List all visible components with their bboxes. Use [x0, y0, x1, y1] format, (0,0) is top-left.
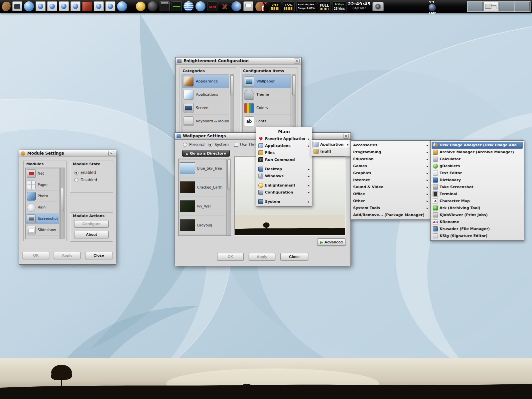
- configuration-item[interactable]: Theme: [242, 88, 291, 101]
- personal-radio[interactable]: [183, 143, 187, 147]
- titlebar[interactable]: Enlightenment Configuration ×: [176, 58, 301, 65]
- network-gadget[interactable]: 6 kb/s 23 kb/s: [332, 1, 346, 12]
- close-button[interactable]: Close: [85, 252, 112, 259]
- configure-button[interactable]: Configure: [74, 220, 109, 227]
- menu-item[interactable]: Configuration ▸: [257, 189, 311, 196]
- module-list-item[interactable]: Screenshot: [26, 213, 59, 224]
- menu-item[interactable]: KRename ▸: [432, 218, 523, 225]
- menu-item[interactable]: Internet ▸: [352, 177, 430, 184]
- use-theme-checkbox[interactable]: [234, 143, 238, 147]
- module-list-item[interactable]: Rain: [26, 202, 59, 213]
- menu-item[interactable]: gDesklets ▸: [432, 163, 523, 170]
- menu-item[interactable]: Games ▸: [352, 163, 430, 170]
- menu-item[interactable]: System Tools ▸: [352, 204, 430, 211]
- app-icon[interactable]: [184, 1, 194, 11]
- menu-item[interactable]: Archive Manager (Archive Manager) ▸: [432, 149, 523, 156]
- menu-item[interactable]: Take Screenshot ▸: [432, 184, 523, 191]
- menu-item[interactable]: Krusader (File Manager) ▸: [432, 225, 523, 232]
- category-list-item[interactable]: Appearance: [182, 75, 229, 88]
- go-up-directory-button[interactable]: ▲ Go up a Directory: [182, 150, 230, 157]
- category-list-item[interactable]: Applications: [182, 88, 229, 101]
- menu-item[interactable]: Run Command ▸: [257, 156, 311, 163]
- menu-item[interactable]: Character Map ▸: [432, 198, 523, 204]
- launcher-icon[interactable]: [59, 1, 69, 11]
- battery-gadget[interactable]: FULL: [318, 1, 331, 12]
- scrollbar-thumb[interactable]: [292, 75, 295, 95]
- module-list-item[interactable]: Slideshow: [26, 224, 59, 236]
- menu-item[interactable]: Disk Usage Analyzer (Disk Usage Analyzer…: [432, 142, 523, 149]
- apply-button[interactable]: Apply: [249, 253, 275, 260]
- apply-button[interactable]: Apply: [54, 252, 80, 259]
- menu-item[interactable]: Calculator ▸: [432, 156, 523, 163]
- menu-item[interactable]: Office ▸: [352, 191, 430, 198]
- module-list-item[interactable]: Photo: [26, 191, 59, 202]
- memory-gadget[interactable]: Real: 64/365 Swap: 1.68%: [296, 1, 317, 12]
- menu-item[interactable]: Add/Remove... (Package Manager) ▸: [352, 211, 430, 218]
- wallpaper-list-item[interactable]: Blue_Sky_Tree: [179, 159, 226, 178]
- configuration-item[interactable]: Wallpaper: [242, 75, 291, 88]
- menu-item[interactable]: KSig (Signature Editor) ▸: [432, 232, 523, 239]
- system-radio-group[interactable]: System: [208, 142, 229, 147]
- app-icon[interactable]: [196, 1, 205, 11]
- menu-item[interactable]: Accessories ▸: [352, 142, 430, 149]
- launcher-icon[interactable]: [36, 1, 46, 11]
- use-theme-checkbox-group[interactable]: Use Them: [234, 142, 259, 147]
- close-button[interactable]: ×: [108, 151, 114, 156]
- personal-radio-group[interactable]: Personal: [183, 142, 205, 147]
- disabled-radio-group[interactable]: Disabled: [74, 178, 97, 182]
- pager-desktop-cell[interactable]: [468, 2, 483, 11]
- launcher-icon[interactable]: [105, 1, 115, 11]
- wallpaper-list-item[interactable]: Ivy_Wall: [179, 197, 226, 216]
- launcher-icon[interactable]: [117, 1, 127, 11]
- enabled-radio-group[interactable]: Enabled: [74, 170, 96, 175]
- app-icon[interactable]: [231, 1, 241, 11]
- menu-item[interactable]: Text Editor ▸: [432, 170, 523, 177]
- menu-item[interactable]: Desktop ▸: [257, 166, 311, 173]
- module-list-item[interactable]: Pager: [26, 179, 59, 191]
- menu-item[interactable]: Applications ▸: [257, 142, 311, 149]
- menu-item[interactable]: Programming ▸: [352, 149, 430, 156]
- scrollbar-thumb[interactable]: [61, 188, 64, 211]
- app-icon[interactable]: [172, 1, 182, 11]
- weather-gadget[interactable]: 9°C Fair: [422, 0, 443, 15]
- camera-launcher[interactable]: [372, 2, 384, 11]
- menu-item[interactable]: KJobViewer (Print Jobs) ▸: [432, 211, 523, 218]
- pager-desktop-cell[interactable]: [515, 2, 530, 11]
- app-icon[interactable]: [136, 1, 146, 11]
- launcher-icon[interactable]: [94, 1, 104, 11]
- app-icon[interactable]: [148, 1, 158, 11]
- cpu-temperature-gadget[interactable]: 64°C: [259, 2, 267, 11]
- configuration-item[interactable]: Fonts: [242, 115, 291, 128]
- app-icon[interactable]: cnn: [207, 1, 217, 11]
- cpu-frequency-gadget[interactable]: 793: [269, 1, 281, 12]
- menu-item[interactable]: Windows ▸: [257, 173, 311, 180]
- menu-item[interactable]: Applications ▸: [312, 141, 350, 148]
- launcher-icon[interactable]: [1, 1, 11, 11]
- disabled-radio[interactable]: [74, 178, 78, 182]
- menu-item[interactable]: (null) ▸: [312, 148, 350, 155]
- launcher-icon[interactable]: [70, 1, 80, 11]
- menu-item[interactable]: Dictionary ▸: [432, 177, 523, 184]
- menu-item[interactable]: Graphics ▸: [352, 170, 430, 177]
- app-icon[interactable]: [160, 1, 170, 11]
- launcher-icon[interactable]: [82, 1, 92, 11]
- about-button[interactable]: About: [74, 231, 109, 238]
- menu-item[interactable]: Favorite Applications ▸: [257, 135, 311, 142]
- system-radio[interactable]: [208, 143, 212, 147]
- menu-item[interactable]: Other ▸: [352, 198, 430, 204]
- ok-button[interactable]: OK: [23, 252, 49, 259]
- category-list-item[interactable]: Keyboard & Mouse: [182, 115, 229, 128]
- module-list-item[interactable]: Net: [26, 168, 59, 179]
- close-button[interactable]: ×: [343, 134, 349, 139]
- close-button[interactable]: Close: [280, 253, 308, 260]
- launcher-icon[interactable]: [24, 1, 34, 11]
- pager-desktop-cell[interactable]: [499, 2, 514, 11]
- scrollbar[interactable]: [227, 159, 231, 236]
- app-icon[interactable]: [219, 1, 229, 11]
- wallpaper-list-item[interactable]: Cracked_Earth: [179, 178, 226, 197]
- launcher-icon[interactable]: [47, 1, 57, 11]
- pager-desktop-cell[interactable]: [483, 2, 498, 11]
- app-icon[interactable]: [243, 1, 253, 11]
- scrollbar[interactable]: [60, 168, 65, 239]
- clock-gadget[interactable]: 22:49:45 04/03/07: [348, 1, 371, 10]
